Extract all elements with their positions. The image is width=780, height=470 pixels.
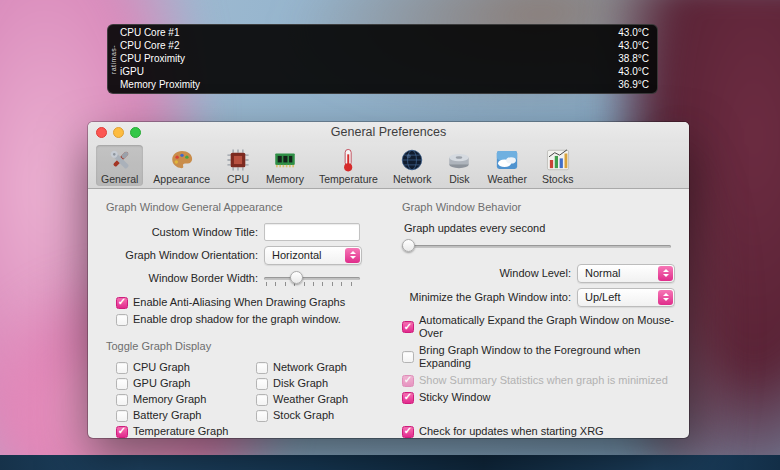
checkbox-check-updates[interactable]: Check for updates when starting XRG — [402, 425, 675, 438]
toolbar-label: CPU — [227, 173, 249, 185]
checkbox-memory-graph[interactable]: Memory Graph — [116, 393, 242, 406]
toolbar-item-memory[interactable]: Memory — [261, 145, 309, 186]
checkbox-weather-graph[interactable]: Weather Graph — [256, 393, 378, 406]
checkbox-label: CPU Graph — [133, 361, 190, 374]
checkbox-box — [402, 426, 414, 438]
widget-vertical-label-wrap: ratimas- — [108, 25, 120, 93]
toolbar-item-temperature[interactable]: Temperature — [314, 145, 383, 186]
widget-vertical-label: ratimas- — [111, 44, 118, 73]
sensor-label: CPU Proximity — [120, 53, 185, 65]
sensor-list: CPU Core #1 43.0°C CPU Core #2 43.0°C CP… — [120, 27, 649, 91]
checkbox-label: Sticky Window — [419, 391, 491, 404]
checkbox-label: Memory Graph — [133, 393, 206, 406]
checkbox-box — [256, 394, 268, 406]
checkbox-box — [402, 351, 414, 363]
checkbox-box — [402, 321, 414, 333]
dropdown-arrows-icon — [658, 266, 673, 281]
checkbox-temperature-graph[interactable]: Temperature Graph — [116, 425, 242, 438]
orientation-dropdown[interactable]: Horizontal — [264, 246, 362, 265]
checkbox-label: Disk Graph — [273, 377, 328, 390]
toolbar-item-disk[interactable]: Disk — [441, 145, 477, 186]
checkbox-box — [116, 297, 128, 309]
sensor-row: iGPU 43.0°C — [120, 66, 649, 78]
toolbar-label: Stocks — [542, 173, 574, 185]
window-level-value: Normal — [585, 267, 620, 279]
checkbox-stock-graph[interactable]: Stock Graph — [256, 409, 378, 422]
update-speed-slider[interactable] — [402, 238, 671, 255]
toolbar-item-stocks[interactable]: Stocks — [537, 145, 579, 186]
checkbox-box — [116, 378, 128, 390]
checkbox-label: Automatically Expand the Graph Window on… — [419, 314, 675, 340]
checkbox-cpu-graph[interactable]: CPU Graph — [116, 361, 242, 374]
orientation-label: Graph Window Orientation: — [102, 249, 264, 261]
checkbox-label: Weather Graph — [273, 393, 348, 406]
sensor-row: Memory Proximity 36.9°C — [120, 79, 649, 91]
checkbox-box — [116, 426, 128, 438]
orientation-row: Graph Window Orientation: Horizontal — [102, 245, 378, 265]
toolbar-label: Memory — [266, 173, 304, 185]
checkbox-box — [116, 362, 128, 374]
toolbar-item-weather[interactable]: Weather — [482, 145, 532, 186]
checkbox-disk-graph[interactable]: Disk Graph — [256, 377, 378, 390]
sensor-value: 36.9°C — [618, 79, 649, 91]
checkbox-auto-expand[interactable]: Automatically Expand the Graph Window on… — [402, 314, 675, 340]
sensor-row: CPU Core #1 43.0°C — [120, 27, 649, 39]
custom-title-input[interactable] — [264, 223, 360, 241]
checkbox-box — [402, 392, 414, 404]
window-level-row: Window Level: Normal — [398, 263, 675, 283]
toolbar-label: Disk — [449, 173, 469, 185]
checkbox-antialiasing[interactable]: Enable Anti-Aliasing When Drawing Graphs — [116, 296, 378, 309]
checkbox-label: Battery Graph — [133, 409, 201, 422]
toolbar-item-cpu[interactable]: CPU — [220, 145, 256, 186]
toolbar-label: Network — [393, 173, 432, 185]
section-title-behavior: Graph Window Behavior — [402, 201, 675, 213]
network-globe-icon — [399, 147, 425, 173]
window-title: General Preferences — [88, 125, 689, 139]
window-titlebar[interactable]: General Preferences — [88, 122, 689, 142]
checkbox-label: Enable Anti-Aliasing When Drawing Graphs — [133, 296, 345, 309]
window-level-dropdown[interactable]: Normal — [577, 264, 675, 283]
checkbox-sticky-window[interactable]: Sticky Window — [402, 391, 675, 404]
slider-knob[interactable] — [290, 271, 303, 284]
cpu-chip-icon — [225, 147, 251, 173]
slider-knob[interactable] — [402, 239, 415, 252]
checkbox-drop-shadow[interactable]: Enable drop shadow for the graph window. — [116, 313, 378, 326]
stocks-chart-icon — [545, 147, 571, 173]
temperature-widget[interactable]: ratimas- CPU Core #1 43.0°C CPU Core #2 … — [107, 24, 658, 94]
checkbox-bring-foreground[interactable]: Bring Graph Window to the Foreground whe… — [402, 344, 675, 370]
checkbox-box — [116, 394, 128, 406]
window-level-label: Window Level: — [398, 267, 577, 279]
checkbox-box — [256, 378, 268, 390]
toolbar-label: Appearance — [153, 173, 210, 185]
slider-ticks — [266, 282, 360, 286]
dropdown-arrows-icon — [658, 290, 673, 305]
sensor-value: 43.0°C — [618, 27, 649, 39]
preferences-toolbar: General Appearance CPU Memory — [88, 142, 689, 189]
toolbar-item-network[interactable]: Network — [388, 145, 437, 186]
graph-toggle-grid: CPU Graph Network Graph GPU Graph Disk G… — [102, 361, 378, 438]
custom-title-row: Custom Window Title: — [102, 222, 378, 242]
checkbox-label: Stock Graph — [273, 409, 334, 422]
bottom-dark-strip — [0, 455, 780, 470]
checkbox-label: Bring Graph Window to the Foreground whe… — [419, 344, 675, 370]
checkbox-network-graph[interactable]: Network Graph — [256, 361, 378, 374]
desktop-wallpaper: ratimas- CPU Core #1 43.0°C CPU Core #2 … — [0, 0, 780, 470]
border-width-slider[interactable] — [264, 270, 360, 287]
checkbox-battery-graph[interactable]: Battery Graph — [116, 409, 242, 422]
thermometer-icon — [335, 147, 361, 173]
border-width-row: Window Border Width: — [102, 268, 378, 288]
minimize-into-row: Minimize the Graph Window into: Up/Left — [398, 287, 675, 307]
checkbox-label: GPU Graph — [133, 377, 190, 390]
sensor-value: 43.0°C — [618, 66, 649, 78]
minimize-into-label: Minimize the Graph Window into: — [398, 291, 577, 303]
toolbar-label: Weather — [487, 173, 527, 185]
checkbox-summary-stats: Show Summary Statistics when graph is mi… — [402, 374, 675, 387]
checkbox-box — [256, 362, 268, 374]
checkbox-gpu-graph[interactable]: GPU Graph — [116, 377, 242, 390]
toolbar-item-general[interactable]: General — [96, 145, 143, 186]
behavior-column: Graph Window Behavior Graph updates ever… — [398, 201, 675, 437]
minimize-into-dropdown[interactable]: Up/Left — [577, 288, 675, 307]
preferences-window: General Preferences General Appearance C… — [88, 122, 689, 438]
sensor-label: iGPU — [120, 66, 144, 78]
toolbar-item-appearance[interactable]: Appearance — [148, 145, 215, 186]
